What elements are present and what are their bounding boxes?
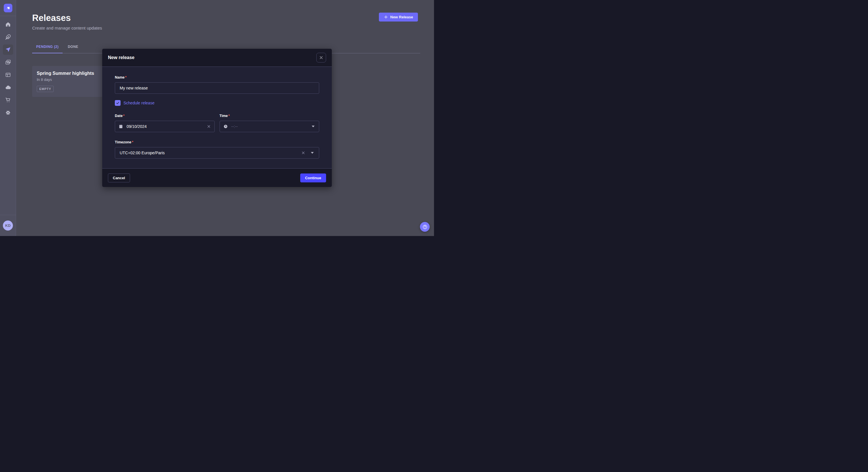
required-asterisk: *: [123, 114, 125, 118]
date-input[interactable]: [115, 121, 215, 132]
date-clear-icon[interactable]: [207, 125, 211, 129]
new-release-modal: New release Name* Schedule release: [102, 49, 332, 187]
timezone-clear-icon[interactable]: [301, 151, 305, 155]
date-label: Date*: [115, 113, 215, 119]
close-icon: [319, 56, 323, 60]
schedule-checkbox-label: Schedule release: [123, 101, 154, 105]
schedule-checkbox[interactable]: [115, 100, 121, 106]
required-asterisk: *: [228, 114, 229, 118]
required-asterisk: *: [125, 75, 127, 79]
required-asterisk: *: [132, 140, 133, 144]
name-label: Name*: [115, 75, 319, 80]
time-dropdown-caret-icon[interactable]: [312, 126, 315, 127]
name-input[interactable]: [115, 82, 319, 94]
help-button[interactable]: [420, 222, 430, 232]
time-field: Time*: [220, 113, 319, 132]
date-field: Date*: [115, 113, 215, 132]
continue-button[interactable]: Continue: [300, 173, 326, 182]
app-window: KD Releases Create and manage content up…: [0, 0, 434, 236]
cancel-button[interactable]: Cancel: [108, 173, 130, 182]
timezone-label: Timezone*: [115, 140, 319, 145]
close-button[interactable]: [316, 53, 326, 63]
modal-header: New release: [102, 49, 332, 67]
modal-title: New release: [108, 55, 135, 60]
schedule-release-row[interactable]: Schedule release: [115, 100, 319, 106]
timezone-value: UTC+02:00 Europe/Paris: [120, 150, 165, 155]
modal-footer: Cancel Continue: [102, 168, 332, 187]
question-mark-icon: [422, 224, 428, 230]
timezone-dropdown-caret-icon[interactable]: [311, 152, 314, 154]
time-input[interactable]: [220, 121, 319, 132]
modal-body: Name* Schedule release Date*: [102, 67, 332, 168]
time-label: Time*: [220, 113, 319, 119]
clock-icon: [223, 124, 228, 129]
calendar-icon: [119, 124, 123, 129]
timezone-select[interactable]: UTC+02:00 Europe/Paris: [115, 147, 319, 159]
check-icon: [116, 101, 120, 105]
timezone-field: Timezone* UTC+02:00 Europe/Paris: [115, 140, 319, 159]
